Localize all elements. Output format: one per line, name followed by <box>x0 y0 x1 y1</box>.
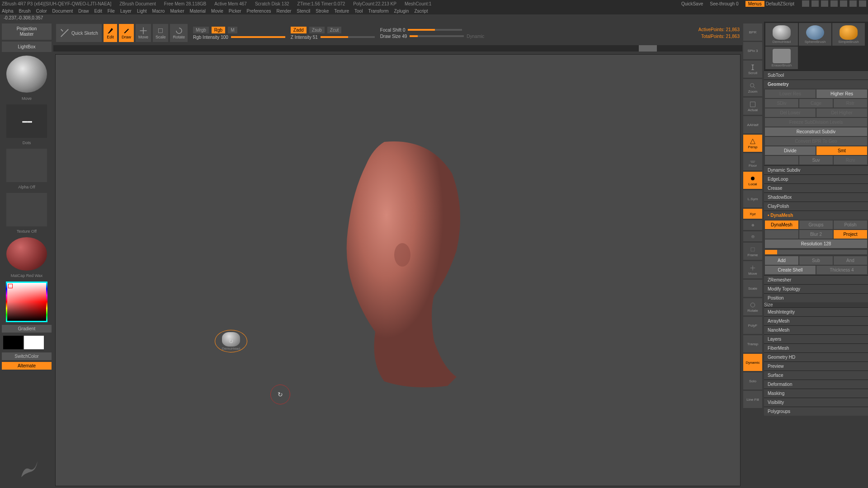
timeline-scrub[interactable] <box>53 45 742 52</box>
local-button[interactable]: Local <box>743 172 762 189</box>
convert-button[interactable]: Convert BPR To Geo <box>765 137 867 145</box>
menu-material[interactable]: Material <box>190 9 206 14</box>
center-button[interactable]: ⊕ <box>743 220 762 230</box>
sub-button[interactable]: Sub <box>799 256 833 265</box>
m-button[interactable]: M <box>228 27 237 33</box>
switch-color-button[interactable]: SwitchColor <box>2 352 52 360</box>
aahalf-button[interactable]: AAHalf <box>743 116 762 133</box>
reconstruct-button[interactable]: Reconstruct Subdiv <box>765 127 867 136</box>
tool-spherebrush[interactable]: SphereBrush <box>799 23 831 46</box>
lightbox-button[interactable]: LightBox <box>2 42 52 52</box>
layers-header[interactable]: Layers <box>764 334 868 343</box>
tool-current[interactable]: DemoHead <box>215 330 247 352</box>
size-header[interactable]: Size <box>764 302 868 307</box>
polyf-button[interactable]: PolyF <box>743 317 762 334</box>
polygroups-header[interactable]: Polygroups <box>764 407 868 416</box>
subtool-header[interactable]: SubTool <box>764 70 868 80</box>
zsub-button[interactable]: Zsub <box>309 27 325 33</box>
draw-button[interactable]: Draw <box>119 24 134 42</box>
z-intensity-label[interactable]: Z Intensity 51 <box>291 35 318 40</box>
smt-button[interactable]: Smt <box>816 146 867 155</box>
default-script[interactable]: DefaultZScript <box>766 1 794 6</box>
position-header[interactable]: Position <box>764 293 868 302</box>
menu-preferences[interactable]: Preferences <box>247 9 271 14</box>
zadd-button[interactable]: Zadd <box>291 27 307 33</box>
nav-scale-button[interactable]: Scale <box>743 280 762 297</box>
menu-zplugin[interactable]: Zplugin <box>394 9 409 14</box>
suv-button[interactable]: Suv <box>799 156 833 164</box>
and-button[interactable]: And <box>834 256 867 265</box>
scale-button[interactable]: Scale <box>153 24 169 42</box>
win-icon[interactable] <box>830 0 838 7</box>
close-icon[interactable] <box>859 0 866 7</box>
edgeloop-header[interactable]: EdgeLoop <box>764 174 868 183</box>
groups-button[interactable]: Groups <box>799 221 833 229</box>
dellower-button[interactable]: Del Lower <box>765 108 816 117</box>
rcrv-button[interactable]: Rcrv <box>834 156 867 164</box>
viewport-canvas[interactable] <box>55 54 741 486</box>
resolution-slider[interactable]: Resolution 128 <box>765 239 867 248</box>
delhigher-button[interactable]: Del Higher <box>816 108 867 117</box>
quicksketch-button[interactable]: Quick Sketch <box>56 24 102 42</box>
masking-header[interactable]: Masking <box>764 389 868 398</box>
menu-brush[interactable]: Brush <box>19 9 31 14</box>
menu-draw[interactable]: Draw <box>78 9 89 14</box>
win-icon[interactable] <box>811 0 819 7</box>
menu-texture[interactable]: Texture <box>334 9 349 14</box>
claypolish-header[interactable]: ClayPolish <box>764 202 868 211</box>
alternate-button[interactable]: Alternate <box>2 362 52 370</box>
seethrough[interactable]: See-through 0 <box>710 1 738 6</box>
menu-alpha[interactable]: Alpha <box>2 9 14 14</box>
xyz-button[interactable]: Xyz <box>743 209 762 219</box>
thickness-button[interactable]: Thickness 4 <box>816 266 867 274</box>
menu-stencil[interactable]: Stencil <box>297 9 310 14</box>
scroll-button[interactable]: Scroll <box>743 61 762 78</box>
menu-transform[interactable]: Transform <box>368 9 388 14</box>
color-picker[interactable] <box>6 282 47 322</box>
menu-zscript[interactable]: Zscript <box>414 9 428 14</box>
draw-size-slider[interactable] <box>410 35 464 37</box>
menu-marker[interactable]: Marker <box>170 9 184 14</box>
win-icon[interactable] <box>821 0 828 7</box>
rgb-intensity-slider[interactable] <box>231 36 285 38</box>
edit-button[interactable]: Edit <box>104 24 117 42</box>
tool-simplebrush[interactable]: SimpleBrush <box>832 23 865 46</box>
alpha-thumbnail[interactable] <box>6 149 47 182</box>
stroke-thumbnail[interactable] <box>6 104 47 138</box>
lsym-button[interactable]: L.Sym <box>743 190 762 207</box>
maximize-icon[interactable] <box>849 0 857 7</box>
nanomesh-header[interactable]: NanoMesh <box>764 325 868 334</box>
menu-layer[interactable]: Layer <box>120 9 132 14</box>
menu-light[interactable]: Light <box>137 9 147 14</box>
mrgb-button[interactable]: Mrgb <box>193 27 209 33</box>
gradient-button[interactable]: Gradient <box>2 325 52 333</box>
geohd-header[interactable]: Geometry HD <box>764 352 868 361</box>
rgb-button[interactable]: Rgb <box>212 27 225 33</box>
freeze-button[interactable]: Freeze SubDivision Levels <box>765 118 867 127</box>
meshintegrity-header[interactable]: MeshIntegrity <box>764 307 868 316</box>
texture-thumbnail[interactable] <box>6 193 47 226</box>
fibermesh-header[interactable]: FiberMesh <box>764 343 868 352</box>
menus-button[interactable]: Menus <box>745 1 764 7</box>
menu-edit[interactable]: Edit <box>94 9 102 14</box>
projection-master-button[interactable]: ProjectionMaster <box>2 23 52 40</box>
createshell-button[interactable]: Create Shell <box>765 266 816 274</box>
polish-button[interactable]: Polish <box>834 221 867 229</box>
menu-picker[interactable]: Picker <box>229 9 241 14</box>
z-intensity-slider[interactable] <box>321 36 375 38</box>
crease-header[interactable]: Crease <box>764 183 868 192</box>
persp-button[interactable]: Persp <box>743 135 762 152</box>
higherres-button[interactable]: Higher Res <box>816 89 867 98</box>
focal-shift-label[interactable]: Focal Shift 0 <box>380 28 406 33</box>
blur-button[interactable]: Blur 2 <box>799 230 833 239</box>
lowerres-button[interactable]: Lower Res <box>765 89 816 98</box>
menu-render[interactable]: Render <box>277 9 292 14</box>
shadowbox-header[interactable]: ShadowBox <box>764 192 868 202</box>
geometry-header[interactable]: Geometry <box>764 80 868 89</box>
sculpt-mesh[interactable] <box>303 124 493 395</box>
deformation-header[interactable]: Deformation <box>764 380 868 389</box>
menu-stroke[interactable]: Stroke <box>316 9 329 14</box>
dynamic-nav-button[interactable]: Dynamic <box>743 354 762 371</box>
actual-button[interactable]: Actual <box>743 98 762 115</box>
linefill-button[interactable]: Line Fill <box>743 391 762 408</box>
